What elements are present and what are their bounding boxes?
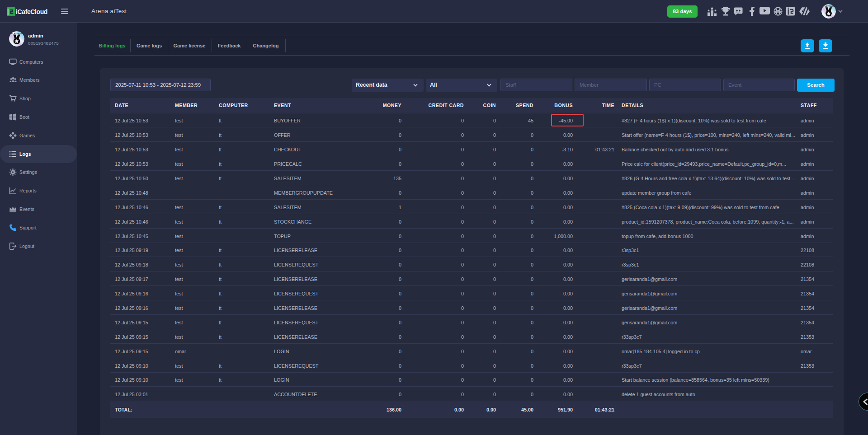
svg-text:PLATINUM: PLATINUM [823, 5, 834, 7]
svg-text:PLATINUM: PLATINUM [11, 33, 23, 35]
